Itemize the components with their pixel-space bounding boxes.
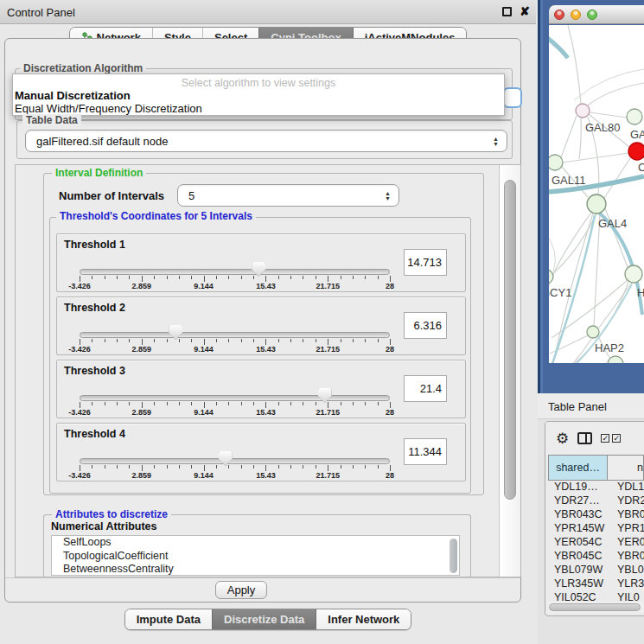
network-edge[interactable] bbox=[588, 83, 644, 105]
column-header-shared-name[interactable]: shared… bbox=[548, 455, 608, 481]
network-node-ga[interactable] bbox=[627, 109, 642, 124]
thresholds-group-title: Threshold's Coordinates for 5 Intervals bbox=[56, 210, 256, 222]
attributes-list-scrollbar[interactable] bbox=[450, 539, 457, 573]
threshold-label: Threshold 3 bbox=[64, 365, 125, 377]
threshold-slider-track[interactable] bbox=[80, 269, 390, 275]
slider-tick bbox=[105, 276, 105, 279]
network-node[interactable] bbox=[608, 356, 623, 363]
threshold-value-field[interactable]: 21.4 bbox=[404, 375, 447, 402]
algorithm-option-equal-width-frequency[interactable]: Equal Width/Frequency Discretization bbox=[15, 102, 202, 115]
network-edge[interactable] bbox=[568, 25, 581, 104]
threshold-value-field[interactable]: 14.713 bbox=[404, 249, 447, 276]
table-row[interactable]: YBL079WYBL0 bbox=[548, 564, 644, 577]
slider-tick bbox=[142, 339, 143, 345]
close-traffic-light-icon[interactable] bbox=[554, 10, 564, 20]
column-header-name[interactable]: n bbox=[608, 455, 644, 481]
network-node-gal80[interactable] bbox=[576, 104, 590, 118]
network-edge[interactable] bbox=[599, 283, 632, 328]
table-row[interactable]: YDL19…YDL1 bbox=[548, 481, 644, 494]
slider-tick bbox=[253, 402, 254, 405]
slider-tick bbox=[129, 276, 130, 279]
slider-tick bbox=[117, 276, 118, 279]
table-row[interactable]: YDR27…YDR2 bbox=[548, 494, 644, 508]
tab-impute-data[interactable]: Impute Data bbox=[125, 609, 212, 629]
attribute-list-item[interactable]: TopologicalCoefficient bbox=[52, 550, 459, 564]
numerical-attributes-list[interactable]: SelfLoopsTopologicalCoefficientBetweenne… bbox=[51, 535, 460, 576]
table-row[interactable]: YBR043CYBR0 bbox=[548, 508, 644, 522]
table-row[interactable]: YLR345WYLR3 bbox=[548, 577, 644, 591]
tab-label: Infer Network bbox=[328, 613, 399, 626]
network-node-gal4[interactable] bbox=[587, 194, 606, 214]
attribute-list-item[interactable]: BetweennessCentrality bbox=[52, 563, 459, 576]
slider-tick bbox=[378, 339, 379, 342]
network-edge[interactable] bbox=[579, 118, 581, 159]
apply-button[interactable]: Apply bbox=[215, 581, 267, 599]
threshold-label: Threshold 1 bbox=[64, 239, 125, 251]
network-node-gal11[interactable] bbox=[549, 155, 563, 170]
network-edge[interactable] bbox=[553, 362, 610, 363]
slider-tick-label: 15.43 bbox=[256, 471, 276, 480]
cell-shared-name: YBR043C bbox=[548, 508, 612, 522]
network-edge[interactable] bbox=[590, 112, 627, 118]
settings-scrollpane: Interval Definition Number of Intervals … bbox=[15, 164, 521, 577]
slider-tick-label: 9.144 bbox=[194, 471, 214, 480]
slider-tick bbox=[353, 276, 354, 279]
network-edge[interactable] bbox=[563, 153, 628, 163]
zoom-traffic-light-icon[interactable] bbox=[587, 10, 597, 20]
threshold-value-field[interactable]: 6.316 bbox=[404, 312, 447, 339]
threshold-slider-thumb[interactable] bbox=[169, 325, 182, 340]
network-node-c[interactable] bbox=[628, 143, 644, 160]
float-window-icon[interactable] bbox=[502, 7, 512, 16]
network-edge[interactable] bbox=[549, 232, 555, 271]
slider-tick bbox=[390, 402, 391, 408]
number-of-intervals-label: Number of Intervals bbox=[59, 189, 164, 202]
number-of-intervals-combobox[interactable]: 5 ▲▼ bbox=[177, 184, 399, 207]
settings-vertical-scrollbar[interactable] bbox=[499, 165, 520, 577]
threshold-slider-thumb[interactable] bbox=[252, 262, 265, 277]
algorithm-combobox-focused-fragment[interactable] bbox=[503, 87, 522, 108]
threshold-slider-track[interactable] bbox=[80, 458, 390, 464]
threshold-slider-thumb[interactable] bbox=[318, 388, 332, 403]
algorithm-option-manual-discretization[interactable]: Manual Discretization bbox=[15, 89, 131, 102]
close-icon[interactable]: ✘ bbox=[520, 4, 530, 18]
slider-tick bbox=[117, 402, 118, 405]
network-window-titlebar[interactable] bbox=[549, 5, 644, 24]
table-row[interactable]: YBR045CYBR0 bbox=[548, 550, 644, 564]
gear-icon[interactable]: ⚙ bbox=[556, 430, 569, 448]
network-node-h[interactable] bbox=[625, 265, 642, 283]
table-row[interactable]: YER054CYER0 bbox=[548, 536, 644, 550]
checkbox-icon[interactable]: ✓ bbox=[612, 434, 621, 443]
table-horizontal-scrollbar[interactable] bbox=[548, 602, 643, 613]
checkbox-icon[interactable]: ✓ bbox=[601, 434, 609, 443]
minimize-traffic-light-icon[interactable] bbox=[571, 10, 581, 20]
table-data-combobox[interactable]: galFiltered.sif default node ▲▼ bbox=[25, 130, 507, 152]
threshold-value-field[interactable]: 11.344 bbox=[404, 438, 447, 465]
scrollbar-thumb[interactable] bbox=[504, 180, 516, 500]
slider-tick-label: 15.43 bbox=[256, 408, 276, 417]
bottom-tab-bar: Impute DataDiscretize DataInfer Network bbox=[0, 609, 536, 630]
network-edge[interactable] bbox=[549, 35, 568, 58]
threshold-slider-track[interactable] bbox=[80, 395, 390, 401]
network-node-hap2[interactable] bbox=[587, 326, 599, 338]
slider-tick-label: 21.715 bbox=[316, 345, 340, 354]
tab-discretize-data[interactable]: Discretize Data bbox=[212, 609, 316, 629]
slider-tick bbox=[353, 339, 354, 342]
network-edge[interactable] bbox=[549, 213, 591, 287]
attribute-list-item[interactable]: SelfLoops bbox=[52, 536, 459, 550]
cell-name: YDR2 bbox=[612, 494, 644, 508]
network-edge[interactable] bbox=[561, 116, 577, 157]
threshold-slider-track[interactable] bbox=[80, 332, 390, 338]
tab-infer-network[interactable]: Infer Network bbox=[316, 609, 411, 629]
network-edge[interactable] bbox=[594, 214, 600, 326]
network-edge[interactable] bbox=[550, 335, 588, 354]
scrollbar-thumb[interactable] bbox=[549, 603, 641, 611]
slider-tick bbox=[353, 402, 354, 405]
slider-tick bbox=[303, 402, 303, 405]
slider-tick-label: 28 bbox=[386, 471, 394, 480]
threshold-slider-thumb[interactable] bbox=[219, 451, 233, 466]
network-node-gcy1[interactable] bbox=[549, 270, 553, 284]
slider-tick bbox=[204, 339, 205, 345]
network-canvas[interactable]: GAL80GACGAL11GAL4GCY1HHAP2 bbox=[549, 25, 644, 363]
column-chooser-icon[interactable] bbox=[577, 432, 592, 444]
table-row[interactable]: YPR145WYPR1 bbox=[548, 522, 644, 536]
